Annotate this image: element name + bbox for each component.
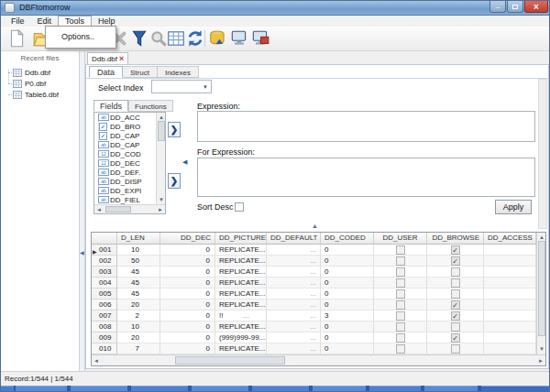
user-checkbox[interactable] xyxy=(396,256,405,266)
cell-dd-len[interactable]: 20 xyxy=(117,299,160,310)
browse-checkbox[interactable] xyxy=(451,289,460,299)
field-item[interactable]: 12DD_COD xyxy=(94,149,156,158)
field-item[interactable]: abDD_CAP xyxy=(94,140,156,149)
cell-dd-picture[interactable]: REPLICATE... xyxy=(215,321,267,332)
sort-desc-checkbox[interactable] xyxy=(235,202,244,212)
row-header[interactable]: 009 xyxy=(92,332,117,343)
recent-file-table6-dbf[interactable]: Table6.dbf xyxy=(1,89,79,100)
field-item[interactable]: abDD_EXPI xyxy=(94,186,156,195)
minimize-button[interactable]: – xyxy=(490,1,506,13)
recent-file-p0-dbf[interactable]: P0.dbf xyxy=(1,78,79,89)
browse-checkbox[interactable]: ✓ xyxy=(451,300,460,310)
row-header[interactable]: 008 xyxy=(92,321,117,332)
cell-dd-access[interactable] xyxy=(484,321,536,332)
grid-hscrollbar[interactable]: ◄ ► xyxy=(92,354,545,365)
column-header-DD_ACCESS[interactable]: DD_ACCESS xyxy=(484,233,536,245)
cell-dd-default[interactable]: ... xyxy=(267,310,321,321)
expression-input[interactable] xyxy=(197,111,535,142)
table-row[interactable]: 009200(999)999-99......0✓ xyxy=(92,332,545,343)
cell-dd-default[interactable]: ... xyxy=(267,299,321,310)
select-index-combo[interactable]: ▼ xyxy=(151,80,212,93)
recent-file-ddb-dbf[interactable]: Ddb.dbf xyxy=(1,67,79,78)
row-header[interactable]: 001▶ xyxy=(92,245,117,256)
field-item[interactable]: 12DD_DEC xyxy=(94,158,156,168)
taskbar-button[interactable] xyxy=(424,386,478,392)
cell-dd-dec[interactable]: 0 xyxy=(160,289,215,299)
cell-dd-access[interactable] xyxy=(484,289,536,299)
windows-taskbar[interactable] xyxy=(1,386,550,392)
fields-hscrollbar[interactable]: ◄ ► xyxy=(94,204,165,213)
column-header-DD_DEC[interactable]: DD_DEC xyxy=(160,233,215,245)
cell-dd-len[interactable]: 10 xyxy=(117,245,160,256)
fields-vscroll-thumb[interactable] xyxy=(158,121,165,141)
column-header-D_LEN[interactable]: D_LEN xyxy=(117,233,160,245)
cell-dd-coded[interactable]: 0 xyxy=(321,321,374,332)
row-header[interactable]: 005 xyxy=(92,289,117,299)
tab-indexes[interactable]: Indexes xyxy=(158,66,199,78)
cell-dd-coded[interactable]: 0 xyxy=(321,267,374,278)
table-row[interactable]: 002500REPLICATE......0✓ xyxy=(92,256,545,267)
add-to-for-expression-button[interactable]: ❯ xyxy=(168,173,181,189)
column-header-DD_DEFAULT[interactable]: DD_DEFAULT xyxy=(267,233,321,245)
browse-checkbox[interactable] xyxy=(451,267,460,277)
cell-dd-coded[interactable]: 0 xyxy=(321,256,374,267)
taskbar-button[interactable] xyxy=(369,386,421,392)
cell-dd-picture[interactable]: REPLICATE... xyxy=(215,267,267,278)
cell-dd-access[interactable] xyxy=(484,278,536,289)
grid-vscrollbar[interactable]: ▲ ▼ xyxy=(536,233,545,354)
browse-checkbox[interactable]: ✓ xyxy=(451,245,460,255)
for-expression-input[interactable] xyxy=(197,158,535,197)
cell-dd-picture[interactable]: REPLICATE... xyxy=(215,278,267,289)
tab-data[interactable]: Data xyxy=(89,66,123,78)
cell-dd-default[interactable]: ... xyxy=(267,256,321,267)
column-header-DD_PICTURE[interactable]: DD_PICTURE xyxy=(215,233,267,245)
close-button[interactable]: × xyxy=(524,1,548,13)
cell-dd-access[interactable] xyxy=(484,267,536,278)
browse-checkbox[interactable] xyxy=(451,278,460,288)
cell-dd-dec[interactable]: 0 xyxy=(160,310,215,321)
table-row[interactable]: 001▶100REPLICATE......0✓ xyxy=(92,245,545,256)
ellipsis-button[interactable]: ... xyxy=(243,310,262,321)
cell-dd-len[interactable]: 2 xyxy=(117,310,160,321)
table-icon[interactable] xyxy=(166,28,186,49)
cell-dd-coded[interactable]: 0 xyxy=(321,332,374,343)
scroll-down-icon[interactable]: ▼ xyxy=(539,345,544,354)
user-checkbox[interactable] xyxy=(396,311,405,321)
browse-checkbox[interactable]: ✓ xyxy=(451,311,460,321)
cell-dd-access[interactable] xyxy=(484,245,536,256)
taskbar-button[interactable] xyxy=(252,386,309,392)
cell-dd-access[interactable] xyxy=(484,299,536,310)
browse-checkbox[interactable] xyxy=(451,322,460,332)
table-row[interactable]: 005450REPLICATE......0 xyxy=(92,289,545,299)
taskbar-button[interactable] xyxy=(481,386,549,392)
cell-dd-access[interactable] xyxy=(484,310,536,321)
filter-icon[interactable] xyxy=(129,28,149,49)
table-row[interactable]: 004450REPLICATE......0 xyxy=(92,278,545,289)
scroll-down-icon[interactable]: ▼ xyxy=(159,196,164,204)
fields-vscrollbar[interactable]: ▲ ▼ xyxy=(156,113,165,204)
browse-checkbox[interactable] xyxy=(451,344,460,354)
user-checkbox[interactable] xyxy=(396,322,405,332)
cell-dd-len[interactable]: 45 xyxy=(117,289,160,299)
maximize-button[interactable] xyxy=(507,1,523,13)
refresh-icon[interactable] xyxy=(185,28,205,49)
cell-dd-default[interactable]: ... xyxy=(267,321,321,332)
field-item[interactable]: ✓DD_CAP xyxy=(94,131,156,140)
export-data-icon[interactable] xyxy=(208,28,228,49)
user-checkbox[interactable] xyxy=(396,344,405,354)
grid-vscroll-thumb[interactable] xyxy=(538,241,545,336)
cell-dd-len[interactable]: 45 xyxy=(117,267,160,278)
menu-item-options[interactable]: Options.. xyxy=(46,27,116,48)
tab-fields[interactable]: Fields xyxy=(94,100,128,112)
cell-dd-len[interactable]: 7 xyxy=(117,343,160,354)
row-header[interactable]: 007 xyxy=(92,310,117,321)
cell-dd-len[interactable]: 20 xyxy=(117,332,160,343)
workstation-remote-icon[interactable] xyxy=(250,28,270,49)
menu-file[interactable]: File xyxy=(5,16,31,27)
cell-dd-default[interactable]: ... xyxy=(267,267,321,278)
scroll-left-icon[interactable]: ◄ xyxy=(96,206,102,214)
cell-dd-coded[interactable]: 0 xyxy=(321,245,374,256)
user-checkbox[interactable] xyxy=(396,245,405,255)
field-item[interactable]: abDD_FIEL xyxy=(94,195,156,204)
cell-dd-dec[interactable]: 0 xyxy=(160,245,215,256)
